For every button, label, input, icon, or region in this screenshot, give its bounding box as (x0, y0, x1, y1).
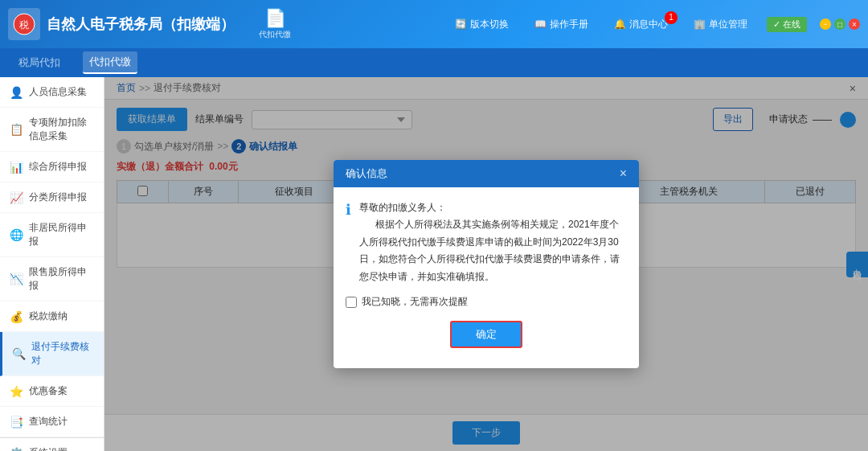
online-status: ✓ 在线 (767, 17, 807, 32)
nav-label: 代扣代缴 (259, 29, 291, 40)
line-chart-icon: 📈 (10, 191, 23, 204)
sidebar-label-refund-verify: 退付手续费核对 (31, 340, 94, 367)
logo-icon: 税 (8, 8, 40, 40)
app-title: 自然人电子税务局（扣缴端） (47, 14, 235, 34)
sidebar-item-preferential[interactable]: ⭐ 优惠备案 (0, 376, 104, 407)
doc-icon: 📄 (264, 8, 286, 29)
modal-body: ℹ 尊敬的扣缴义务人： 根据个人所得税法及其实施条例等相关规定，2021年度个人… (334, 187, 639, 369)
sidebar-label-query: 查询统计 (29, 415, 68, 428)
modal-title: 确认信息 (346, 166, 387, 181)
info-icon: ℹ (346, 201, 351, 286)
sidebar-label-tax-payment: 税款缴纳 (29, 310, 68, 323)
modal: 确认信息 × ℹ 尊敬的扣缴义务人： 根据个人所得税法及其实施条例等相关规定，2… (334, 160, 639, 369)
sidebar-item-tax-payment[interactable]: 💰 税款缴纳 (0, 301, 104, 332)
manual-label: 操作手册 (550, 18, 588, 31)
sidebar-label-special: 专项附加扣除信息采集 (29, 116, 94, 143)
sidebar-item-restricted[interactable]: 📉 限售股所得申报 (0, 257, 104, 301)
modal-checkbox-row: 我已知晓，无需再次提醒 (346, 295, 627, 309)
doc-icon2: 📑 (10, 416, 23, 428)
unit-manage-label: 单位管理 (709, 18, 747, 31)
sidebar-item-nonresident[interactable]: 🌐 非居民所得申报 (0, 213, 104, 257)
tab-withholding[interactable]: 代扣代缴 (83, 51, 137, 74)
modal-text: 尊敬的扣缴义务人： 根据个人所得税法及其实施条例等相关规定，2021年度个人所得… (359, 199, 627, 286)
switch-icon: 🔄 (455, 18, 467, 30)
sidebar-item-comprehensive[interactable]: 📊 综合所得申报 (0, 152, 104, 182)
sidebar-item-query[interactable]: 📑 查询统计 (0, 407, 104, 437)
close-btn[interactable]: × (849, 18, 860, 30)
no-remind-label: 我已知晓，无需再次提醒 (362, 295, 468, 309)
app-title-group: 自然人电子税务局（扣缴端） (47, 14, 235, 34)
sidebar-item-refund-verify[interactable]: 🔍 退付手续费核对 (0, 332, 104, 376)
sidebar-bottom: ⚙️ 系统设置 《 (0, 437, 104, 451)
unit-manage-btn[interactable]: 🏢 单位管理 (687, 14, 754, 35)
search-icon: 🔍 (12, 347, 25, 360)
window-controls: － □ × (820, 18, 860, 30)
globe-icon: 🌐 (10, 228, 23, 241)
bell-icon: 🔔 (614, 18, 626, 30)
content-area: 首页 >> 退付手续费核对 × 获取结果单 结果单编号 导出 申请状态 —— (104, 77, 868, 451)
sidebar-item-settings[interactable]: ⚙️ 系统设置 (0, 438, 104, 451)
version-switch-btn[interactable]: 🔄 版本切换 (448, 14, 515, 35)
sidebar-item-special[interactable]: 📋 专项附加扣除信息采集 (0, 108, 104, 152)
sidebar-label-nonresident: 非居民所得申报 (29, 221, 94, 248)
nav-icon-group: 📄 代扣代缴 (259, 8, 291, 40)
svg-text:税: 税 (19, 19, 29, 31)
clipboard-icon: 📋 (10, 123, 23, 136)
money-icon: 💰 (10, 310, 23, 323)
main-layout: 👤 人员信息采集 📋 专项附加扣除信息采集 📊 综合所得申报 📈 分类所得申报 … (0, 77, 868, 451)
sidebar-label-personnel: 人员信息采集 (29, 85, 87, 99)
sidebar-label-classified: 分类所得申报 (29, 191, 87, 204)
modal-actions: 确定 (346, 321, 627, 356)
building-icon: 🏢 (694, 18, 706, 30)
message-center-label: 消息中心 (629, 18, 668, 31)
chart-icon: 📊 (10, 161, 23, 174)
modal-header: 确认信息 × (334, 160, 639, 187)
sub-header: 税局代扣 代扣代缴 (0, 48, 868, 77)
modal-close-btn[interactable]: × (620, 166, 627, 181)
maximize-btn[interactable]: □ (834, 18, 845, 30)
message-center-btn[interactable]: 🔔 消息中心 1 (608, 14, 674, 35)
minimize-btn[interactable]: － (820, 18, 831, 30)
no-remind-checkbox[interactable] (346, 297, 357, 308)
sidebar-label-preferential: 优惠备案 (29, 384, 68, 398)
star-icon: ⭐ (10, 385, 23, 398)
modal-confirm-btn[interactable]: 确定 (450, 321, 522, 348)
modal-info-row: ℹ 尊敬的扣缴义务人： 根据个人所得税法及其实施条例等相关规定，2021年度个人… (346, 199, 627, 286)
manual-btn[interactable]: 📖 操作手册 (528, 14, 595, 35)
version-switch-label: 版本切换 (470, 18, 509, 31)
sidebar-item-personnel[interactable]: 👤 人员信息采集 (0, 77, 104, 108)
message-badge: 1 (665, 11, 678, 24)
header-right: 🔄 版本切换 📖 操作手册 🔔 消息中心 1 🏢 单位管理 ✓ 在线 － □ × (448, 14, 860, 35)
manual-icon: 📖 (534, 18, 547, 30)
sidebar-label-settings: 系统设置 (29, 446, 68, 451)
tab-tax-bureau[interactable]: 税局代扣 (12, 52, 67, 73)
app-logo: 税 自然人电子税务局（扣缴端） (8, 8, 235, 40)
sidebar-item-classified[interactable]: 📈 分类所得申报 (0, 182, 104, 213)
sidebar-label-comprehensive: 综合所得申报 (29, 160, 87, 174)
modal-overlay: 确认信息 × ℹ 尊敬的扣缴义务人： 根据个人所得税法及其实施条例等相关规定，2… (104, 77, 868, 451)
app-header: 税 自然人电子税务局（扣缴端） 📄 代扣代缴 🔄 版本切换 📖 操作手册 🔔 消… (0, 0, 868, 48)
person-icon: 👤 (10, 86, 23, 99)
sidebar: 👤 人员信息采集 📋 专项附加扣除信息采集 📊 综合所得申报 📈 分类所得申报 … (0, 77, 104, 451)
sidebar-label-restricted: 限售股所得申报 (29, 265, 94, 293)
gear-icon: ⚙️ (10, 447, 23, 452)
down-chart-icon: 📉 (10, 273, 23, 285)
